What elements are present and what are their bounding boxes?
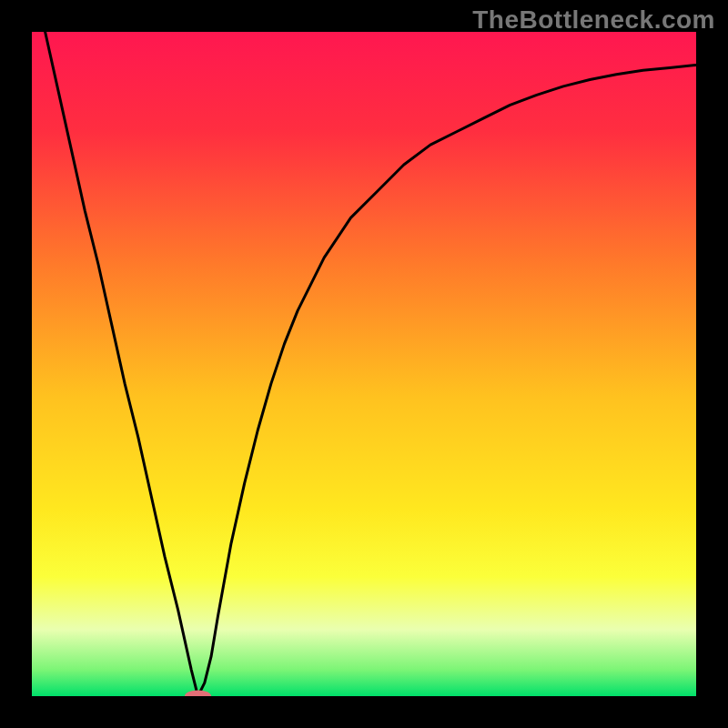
svg-rect-0 [32, 32, 696, 696]
chart-frame: TheBottleneck.com [0, 0, 728, 728]
gradient-background [32, 32, 696, 696]
plot-area [32, 32, 696, 696]
watermark-text: TheBottleneck.com [472, 5, 715, 35]
